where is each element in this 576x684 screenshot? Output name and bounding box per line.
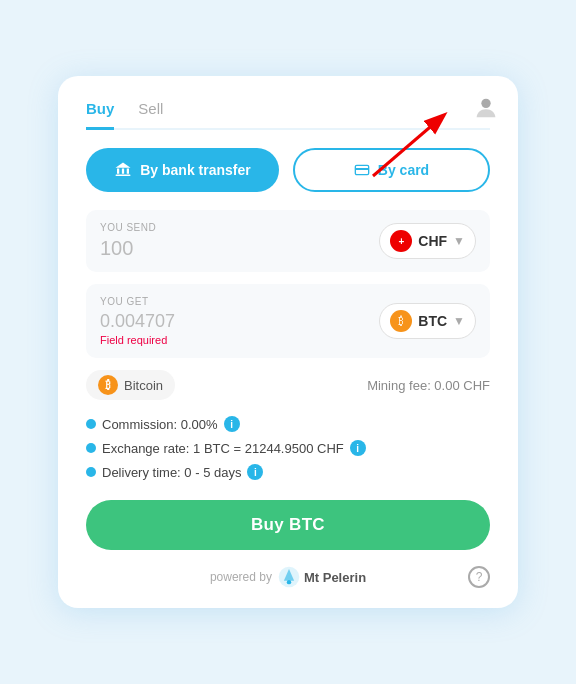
exchange-dot <box>86 443 96 453</box>
get-label: YOU GET <box>100 296 379 307</box>
svg-point-11 <box>287 580 291 584</box>
pelerin-logo: Mt Pelerin <box>278 566 366 588</box>
payment-methods: By bank transfer By card <box>86 148 490 192</box>
send-chevron-icon: ▼ <box>453 234 465 248</box>
help-icon[interactable]: ? <box>468 566 490 588</box>
details-section: Commission: 0.00% i Exchange rate: 1 BTC… <box>86 416 490 480</box>
send-value[interactable]: 100 <box>100 237 379 260</box>
send-input-area: YOU SEND 100 <box>100 222 379 260</box>
tab-sell[interactable]: Sell <box>138 100 163 130</box>
get-input-area: YOU GET 0.004707 Field required <box>100 296 379 346</box>
field-required-text: Field required <box>100 334 379 346</box>
get-currency-code: BTC <box>418 313 447 329</box>
delivery-line: Delivery time: 0 - 5 days i <box>86 464 490 480</box>
profile-icon[interactable] <box>472 94 500 122</box>
coin-info-row: ₿ Bitcoin Mining fee: 0.00 CHF <box>86 370 490 400</box>
coin-name: Bitcoin <box>124 378 163 393</box>
get-value[interactable]: 0.004707 <box>100 311 379 332</box>
mining-fee-text: Mining fee: 0.00 CHF <box>367 378 490 393</box>
svg-rect-8 <box>355 168 368 170</box>
exchange-info-icon[interactable]: i <box>350 440 366 456</box>
pelerin-brand-name: Mt Pelerin <box>304 570 366 585</box>
commission-line: Commission: 0.00% i <box>86 416 490 432</box>
svg-rect-4 <box>122 169 124 174</box>
commission-dot <box>86 419 96 429</box>
svg-marker-6 <box>116 163 131 168</box>
you-get-row: YOU GET 0.004707 Field required ₿ BTC ▼ <box>86 284 490 358</box>
bank-icon <box>114 161 132 179</box>
btc-small-icon: ₿ <box>98 375 118 395</box>
get-currency-selector[interactable]: ₿ BTC ▼ <box>379 303 476 339</box>
commission-info-icon[interactable]: i <box>224 416 240 432</box>
svg-rect-5 <box>127 169 129 174</box>
powered-by-text: powered by <box>210 570 272 584</box>
send-currency-code: CHF <box>418 233 447 249</box>
coin-tag: ₿ Bitcoin <box>86 370 175 400</box>
card-icon <box>354 162 370 178</box>
delivery-text: Delivery time: 0 - 5 days <box>102 465 241 480</box>
main-card: Buy Sell By bank transfer By card YOU SE… <box>58 76 518 608</box>
svg-rect-3 <box>117 169 119 174</box>
delivery-dot <box>86 467 96 477</box>
get-chevron-icon: ▼ <box>453 314 465 328</box>
send-label: YOU SEND <box>100 222 379 233</box>
svg-rect-2 <box>116 175 131 177</box>
exchange-rate-line: Exchange rate: 1 BTC = 21244.9500 CHF i <box>86 440 490 456</box>
delivery-info-icon[interactable]: i <box>247 464 263 480</box>
you-send-row: YOU SEND 100 + CHF ▼ <box>86 210 490 272</box>
svg-point-0 <box>481 99 490 108</box>
tabs: Buy Sell <box>86 100 490 130</box>
buy-button[interactable]: Buy BTC <box>86 500 490 550</box>
btc-flag-icon: ₿ <box>390 310 412 332</box>
commission-text: Commission: 0.00% <box>102 417 218 432</box>
send-currency-selector[interactable]: + CHF ▼ <box>379 223 476 259</box>
card-button[interactable]: By card <box>293 148 490 192</box>
pelerin-logo-icon <box>278 566 300 588</box>
exchange-rate-text: Exchange rate: 1 BTC = 21244.9500 CHF <box>102 441 344 456</box>
tab-buy[interactable]: Buy <box>86 100 114 130</box>
chf-flag-icon: + <box>390 230 412 252</box>
footer: powered by Mt Pelerin ? <box>86 566 490 588</box>
bank-transfer-button[interactable]: By bank transfer <box>86 148 279 192</box>
